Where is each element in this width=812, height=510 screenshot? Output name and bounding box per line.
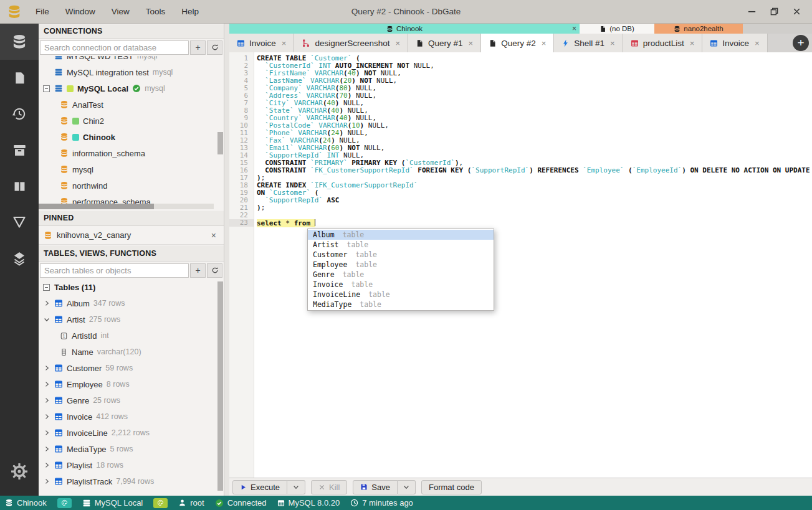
floppy-icon: [360, 483, 368, 491]
close-tab-icon[interactable]: ×: [690, 39, 695, 48]
close-tab-icon[interactable]: ×: [282, 39, 287, 48]
database-row-mysql[interactable]: mysql: [39, 161, 224, 177]
tab-group-header-no-db[interactable]: (no DB): [580, 24, 654, 34]
refresh-connections-button[interactable]: [207, 40, 222, 55]
collapse-toggle[interactable]: [43, 284, 50, 291]
expand-chevron[interactable]: [42, 445, 50, 453]
autocomplete-item-artist[interactable]: Artisttable: [308, 240, 494, 250]
minimize-button[interactable]: [743, 4, 760, 20]
table-row-mediatype[interactable]: MediaType5 rows: [39, 441, 224, 457]
expand-chevron[interactable]: [42, 429, 50, 437]
panel-splitter[interactable]: [224, 24, 229, 496]
execute-button[interactable]: Execute: [232, 480, 287, 494]
table-row-artist[interactable]: Artist275 rows: [39, 311, 224, 328]
close-tab-icon[interactable]: ×: [610, 39, 615, 48]
expand-chevron[interactable]: [42, 461, 50, 469]
connection-row-mysql-wd-test[interactable]: MYSQL WD TESTmysql: [39, 56, 224, 64]
close-button[interactable]: [788, 4, 805, 20]
rail-item-connections[interactable]: [0, 24, 39, 60]
close-group-icon[interactable]: ×: [572, 24, 576, 34]
tab-invoice[interactable]: Invoice×: [702, 34, 767, 52]
table-row-employee[interactable]: Employee8 rows: [39, 376, 224, 392]
autocomplete-item-album[interactable]: Albumtable: [308, 230, 494, 240]
autocomplete-item-mediatype[interactable]: MediaTypetable: [308, 300, 494, 309]
tab-productlist[interactable]: productList×: [623, 34, 703, 52]
expand-chevron[interactable]: [42, 397, 50, 404]
table-row-invoiceline[interactable]: InvoiceLine2,212 rows: [39, 425, 224, 441]
column-row-artistid[interactable]: 1ArtistIdint: [39, 328, 224, 344]
rail-item-filter[interactable]: [0, 204, 39, 240]
status-color-badge[interactable]: [57, 498, 72, 508]
execute-dropdown-button[interactable]: [287, 480, 305, 494]
tab-query-1[interactable]: Query #1×: [408, 34, 481, 52]
collapse-toggle[interactable]: [43, 85, 50, 92]
column-row-name[interactable]: Namevarchar(120): [39, 344, 224, 360]
autocomplete-item-genre[interactable]: Genretable: [308, 270, 494, 280]
autocomplete-item-employee[interactable]: Employeetable: [308, 260, 494, 270]
table-row-invoice[interactable]: Invoice412 rows: [39, 408, 224, 425]
database-row-chinook[interactable]: Chinook: [39, 129, 224, 145]
sql-editor[interactable]: 1234567891011121314151617181920212223 CR…: [229, 52, 812, 478]
menu-item-window[interactable]: Window: [57, 7, 103, 16]
close-tab-icon[interactable]: ×: [395, 39, 400, 48]
close-tab-icon[interactable]: ×: [469, 39, 474, 48]
expand-chevron[interactable]: [42, 364, 50, 372]
rail-item-layers[interactable]: [0, 240, 39, 276]
database-row-information-schema[interactable]: information_schema: [39, 145, 224, 161]
tab-designerscreenshot[interactable]: designerScreenshot×: [294, 34, 408, 52]
menu-item-file[interactable]: File: [27, 7, 57, 16]
rail-item-archive[interactable]: [0, 132, 39, 168]
add-table-button[interactable]: +: [190, 263, 206, 278]
save-dropdown-button[interactable]: [398, 480, 416, 494]
table-row-album[interactable]: Album347 rows: [39, 295, 224, 311]
tab-invoice[interactable]: Invoice×: [229, 34, 294, 52]
kill-button[interactable]: Kill: [311, 480, 347, 494]
expand-chevron[interactable]: [42, 300, 50, 307]
tab-shell-1[interactable]: Shell #1×: [554, 34, 623, 52]
expand-chevron[interactable]: [42, 316, 50, 323]
tab-group-header-chinook[interactable]: Chinook×: [229, 24, 580, 34]
expand-chevron[interactable]: [42, 413, 50, 420]
pinned-item-knihovna-v2-canary[interactable]: knihovna_v2_canary×: [39, 226, 224, 245]
menu-item-view[interactable]: View: [103, 7, 138, 16]
rail-item-files[interactable]: [0, 60, 39, 96]
tab-query-2[interactable]: Query #2×: [481, 34, 554, 52]
menu-item-tools[interactable]: Tools: [138, 7, 174, 16]
scrollbar-thumb[interactable]: [39, 204, 154, 209]
rail-item-history[interactable]: [0, 96, 39, 132]
tables-scrollbar[interactable]: [217, 281, 223, 491]
database-row-analtest[interactable]: AnalTest: [39, 97, 224, 113]
table-row-playlisttrack[interactable]: PlaylistTrack7,994 rows: [39, 473, 224, 489]
connections-search-input[interactable]: [40, 40, 189, 55]
add-connection-button[interactable]: +: [190, 40, 206, 55]
database-row-chin2[interactable]: Chin2: [39, 113, 224, 129]
connection-row-mysql-integration-test[interactable]: MySQL integration testmysql: [39, 64, 224, 80]
tab-group-header-nano2health[interactable]: nano2health: [654, 24, 743, 34]
new-tab-button[interactable]: +: [793, 35, 809, 51]
autocomplete-item-invoice[interactable]: Invoicetable: [308, 280, 494, 290]
expand-chevron[interactable]: [42, 478, 50, 485]
save-button[interactable]: Save: [353, 480, 398, 494]
connection-row-mysql-local[interactable]: MySQL Localmysql: [39, 80, 224, 97]
table-row-playlist[interactable]: Playlist18 rows: [39, 457, 224, 473]
tables-search-input[interactable]: [40, 263, 189, 278]
autocomplete-item-customer[interactable]: Customertable: [308, 250, 494, 260]
unpin-button[interactable]: ×: [209, 230, 219, 240]
refresh-tables-button[interactable]: [207, 263, 222, 278]
settings-button[interactable]: [0, 453, 39, 489]
tables-group-row[interactable]: Tables (11): [39, 279, 224, 295]
format-code-button[interactable]: Format code: [421, 480, 482, 494]
expand-chevron[interactable]: [42, 380, 50, 388]
database-row-northwind[interactable]: northwind: [39, 177, 224, 194]
menu-item-help[interactable]: Help: [173, 7, 207, 16]
table-row-customer[interactable]: Customer59 rows: [39, 360, 224, 376]
table-row-genre[interactable]: Genre25 rows: [39, 392, 224, 408]
connections-scrollbar[interactable]: [217, 132, 223, 154]
status-color-badge[interactable]: [153, 498, 168, 508]
restore-button[interactable]: [766, 4, 782, 20]
close-tab-icon[interactable]: ×: [755, 39, 760, 48]
autocomplete-item-invoiceline[interactable]: InvoiceLinetable: [308, 290, 494, 300]
rail-item-favorites[interactable]: [0, 168, 39, 204]
horizontal-scrollbar[interactable]: [39, 204, 214, 209]
close-tab-icon[interactable]: ×: [542, 39, 547, 48]
